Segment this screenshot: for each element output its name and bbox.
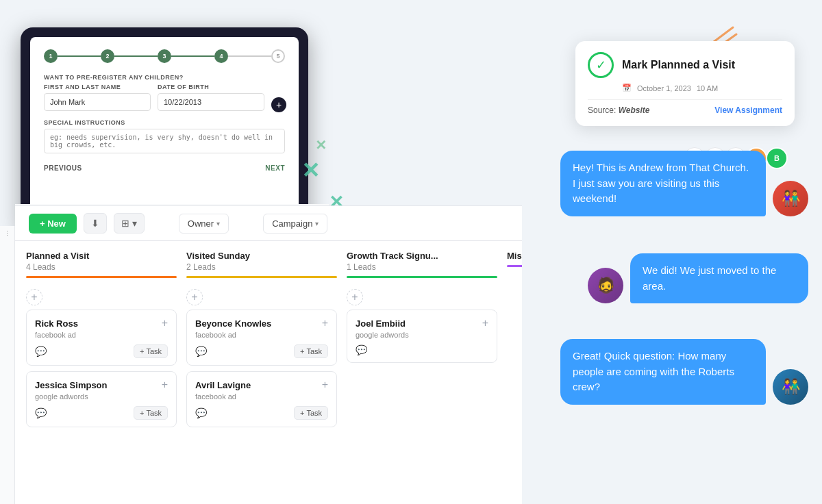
card-source-avril: facebook ad (195, 392, 328, 401)
cross-decoration-4: ✕ (315, 137, 327, 153)
forward-icon[interactable]: → (704, 147, 726, 169)
card-name-rick: Rick Ross (35, 318, 78, 329)
first-last-name-label: FIRST AND LAST NAME (44, 84, 151, 90)
card-plus-jessica[interactable]: + (162, 379, 168, 391)
next-button[interactable]: NEXT (265, 164, 285, 172)
avatar-group: ≡ → 📞 C B (688, 147, 788, 169)
column-header-planned: Planned a Visit 4 Leads (26, 251, 177, 272)
first-last-name-group: FIRST AND LAST NAME (44, 84, 151, 111)
task-button-beyonce[interactable]: + Task (294, 344, 328, 358)
notification-card: ✓ Mark Plannned a Visit 📅 October 1, 202… (575, 41, 795, 126)
notif-footer: Source: Website View Assignment (588, 99, 782, 115)
card-source-jessica: google adwords (35, 392, 168, 401)
task-button-jessica[interactable]: + Task (134, 406, 168, 420)
card-top-rick: Rick Ross + (35, 317, 168, 329)
column-divider-planned (26, 276, 177, 278)
chat-icon-jessica[interactable]: 💬 (35, 407, 47, 418)
step-2: 2 (101, 49, 114, 63)
column-title-planned: Planned a Visit (26, 251, 177, 261)
card-rick-ross[interactable]: Rick Ross + facebook ad 💬 + Task (26, 310, 177, 366)
card-plus-joel[interactable]: + (482, 317, 488, 329)
card-source-rick: facebook ad (35, 331, 168, 339)
card-source-joel: google adwords (356, 331, 488, 339)
chat-bubble-2-container: 🧔 We did! We just moved to the area. (588, 253, 808, 303)
step-line-1 (58, 55, 101, 57)
add-card-row-0: + (26, 285, 177, 310)
chat-icon-joel[interactable]: 💬 (356, 344, 367, 355)
chat-bubble-2: We did! We just moved to the area. (630, 253, 808, 303)
notif-title: Mark Plannned a Visit (622, 59, 735, 71)
card-name-avril: Avril Lavigne (195, 380, 251, 390)
children-section-title: WANT TO PRE-REGISTER ANY CHILDREN? (44, 74, 285, 81)
view-toggle-button[interactable]: ⊞ ▾ (114, 213, 145, 234)
avatar-visitor: 🧔 (588, 268, 623, 303)
column-count-growth: 1 Leads (347, 262, 497, 272)
notif-time: 10 AM (697, 84, 718, 92)
chat-icon-rick[interactable]: 💬 (35, 346, 47, 357)
chat-bubble-3-container: Great! Quick question: How many people a… (560, 339, 808, 405)
notif-source-value: Website (619, 105, 650, 115)
add-child-button[interactable]: + (271, 97, 286, 112)
special-instructions-input[interactable] (44, 129, 285, 153)
avatar-green: B (766, 147, 788, 169)
add-card-row-2: + (347, 285, 497, 310)
sidebar-hint: ⋮ (0, 226, 15, 504)
previous-button[interactable]: PREVIOUS (44, 164, 82, 172)
card-beyonce[interactable]: Beyonce Knowles + facebook ad 💬 + Task (186, 310, 337, 366)
card-joel[interactable]: Joel Embiid + google adwords 💬 (347, 310, 497, 363)
notif-header: ✓ Mark Plannned a Visit (588, 52, 782, 78)
step-3: 3 (158, 49, 171, 63)
add-card-button-2[interactable]: + (347, 289, 363, 305)
task-button-rick[interactable]: + Task (134, 344, 168, 358)
step-line-3 (171, 55, 214, 57)
card-jessica-simpson[interactable]: Jessica Simpson + google adwords 💬 + Tas… (26, 371, 177, 427)
column-header-visited: Visited Sunday 2 Leads (186, 251, 337, 272)
phone-icon[interactable]: 📞 (725, 147, 747, 169)
card-plus-avril[interactable]: + (322, 379, 328, 391)
chat-icon-beyonce[interactable]: 💬 (195, 346, 207, 357)
list-icon[interactable]: ≡ (684, 147, 706, 169)
notif-source: Source: Website (588, 105, 650, 115)
progress-bar: 1 2 3 4 5 (44, 49, 285, 63)
step-1: 1 (44, 49, 58, 63)
owner-dropdown[interactable]: Owner ▾ (179, 214, 229, 234)
notif-meta: 📅 October 1, 2023 10 AM (622, 84, 782, 92)
card-source-beyonce: facebook ad (195, 331, 328, 339)
add-card-button-0[interactable]: + (26, 289, 42, 305)
campaign-dropdown[interactable]: Campaign ▾ (263, 214, 327, 234)
download-button[interactable]: ⬇ (84, 213, 107, 234)
notif-view-assignment-link[interactable]: View Assignment (714, 105, 782, 115)
owner-chevron-icon: ▾ (216, 220, 220, 227)
special-instructions-label: SPECIAL INSTRUCTIONS (44, 119, 285, 126)
new-button[interactable]: + New (29, 214, 77, 234)
column-title-missy: Missy Elliot (507, 251, 522, 261)
column-planned-visit: Planned a Visit 4 Leads + Rick Ross + fa… (26, 251, 177, 490)
column-title-visited: Visited Sunday (186, 251, 337, 261)
notif-check-icon: ✓ (588, 52, 614, 78)
campaign-chevron-icon: ▾ (315, 220, 319, 227)
card-name-beyonce: Beyonce Knowles (195, 318, 271, 329)
card-plus-rick[interactable]: + (162, 317, 168, 329)
card-top-joel: Joel Embiid + (356, 317, 488, 329)
column-count-planned: 4 Leads (26, 262, 177, 272)
card-actions-rick: 💬 + Task (35, 344, 168, 358)
notif-calendar-icon: 📅 (622, 84, 632, 92)
card-avril[interactable]: Avril Lavigne + facebook ad 💬 + Task (186, 371, 337, 427)
dob-input[interactable] (158, 93, 264, 111)
card-top-avril: Avril Lavigne + (195, 379, 328, 391)
column-visited-sunday: Visited Sunday 2 Leads + Beyonce Knowles… (186, 251, 337, 490)
chat-area: Hey! This is Andrew from That Church. I … (507, 137, 822, 504)
card-actions-joel: 💬 (356, 344, 488, 355)
task-button-avril[interactable]: + Task (294, 406, 328, 420)
add-card-button-1[interactable]: + (186, 289, 203, 305)
card-top-jessica: Jessica Simpson + (35, 379, 168, 391)
column-count-visited: 2 Leads (186, 262, 337, 272)
card-actions-jessica: 💬 + Task (35, 406, 168, 420)
chat-icon-avril[interactable]: 💬 (195, 407, 207, 418)
avatar-couple: 👫 (773, 369, 808, 405)
card-actions-avril: 💬 + Task (195, 406, 328, 420)
card-actions-beyonce: 💬 + Task (195, 344, 328, 358)
first-last-name-input[interactable] (44, 93, 151, 111)
card-plus-beyonce[interactable]: + (322, 317, 328, 329)
column-missy: Missy Elliot (507, 251, 522, 490)
